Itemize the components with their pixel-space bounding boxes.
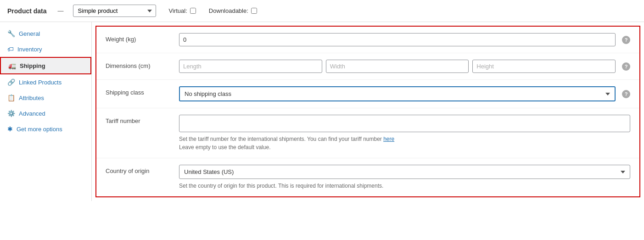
country-select[interactable]: United States (US) (179, 165, 630, 179)
link-icon: 🔗 (7, 78, 15, 86)
sidebar: 🔧 General 🏷 Inventory 🚛 Shipping 🔗 Linke… (0, 22, 92, 201)
virtual-checkbox[interactable] (190, 8, 196, 14)
dimensions-field: ? (179, 60, 630, 73)
tariff-hint-link[interactable]: here (383, 136, 394, 142)
sidebar-item-shipping[interactable]: 🚛 Shipping (0, 57, 91, 74)
product-type-select[interactable]: Simple product Variable product Grouped … (73, 5, 156, 17)
sidebar-general-label: General (19, 30, 40, 37)
shipping-class-select[interactable]: No shipping class (179, 86, 616, 101)
dimensions-label: Dimensions (cm) (106, 60, 179, 69)
tariff-hint-text: Set the tariff number for the internatio… (179, 136, 383, 142)
tag-icon: 🏷 (7, 45, 14, 53)
truck-icon: 🚛 (8, 62, 16, 69)
country-field: United States (US) Set the country of or… (179, 165, 630, 190)
sidebar-linked-label: Linked Products (19, 79, 62, 86)
country-hint: Set the country of origin for this produ… (179, 182, 630, 190)
virtual-label: Virtual: (169, 7, 187, 14)
product-data-title: Product data (7, 7, 47, 15)
wrench-icon: 🔧 (7, 30, 15, 37)
sidebar-item-attributes[interactable]: 📋 Attributes (0, 90, 91, 106)
weight-help-icon[interactable]: ? (622, 36, 630, 44)
country-row: Country of origin United States (US) Set… (96, 158, 639, 196)
dimensions-row: Dimensions (cm) ? (96, 53, 639, 80)
sidebar-item-linked-products[interactable]: 🔗 Linked Products (0, 74, 91, 90)
tariff-label: Tariff number (106, 115, 179, 124)
sidebar-attributes-label: Attributes (19, 95, 44, 101)
weight-row: Weight (kg) ? (96, 27, 639, 53)
tariff-field: Set the tariff number for the internatio… (179, 115, 630, 151)
width-input[interactable] (326, 60, 469, 73)
sidebar-item-advanced[interactable]: ⚙️ Advanced (0, 106, 91, 121)
sidebar-shipping-label: Shipping (20, 62, 45, 69)
shipping-class-help-icon[interactable]: ? (622, 90, 630, 98)
length-input[interactable] (179, 60, 322, 73)
downloadable-label: Downloadable: (209, 7, 248, 14)
tariff-hint2: Leave empty to use the default value. (179, 144, 270, 151)
sidebar-advanced-label: Advanced (19, 110, 45, 117)
shipping-class-row: Shipping class No shipping class ? 32 (96, 80, 639, 108)
star-icon: ✱ (7, 125, 13, 133)
shipping-class-field: No shipping class ? (179, 86, 630, 101)
sidebar-item-inventory[interactable]: 🏷 Inventory (0, 41, 91, 57)
tariff-input[interactable] (179, 115, 630, 132)
top-bar: Product data — Simple product Variable p… (0, 0, 644, 22)
shipping-form-panel: Weight (kg) ? Dimensions (cm) (95, 26, 640, 197)
content-area: Weight (kg) ? Dimensions (cm) (92, 22, 644, 201)
sidebar-item-get-more-options[interactable]: ✱ Get more options (0, 121, 91, 137)
weight-input[interactable] (179, 33, 616, 46)
tariff-row: Tariff number Set the tariff number for … (96, 108, 639, 158)
sidebar-item-general[interactable]: 🔧 General (0, 26, 91, 41)
downloadable-checkbox[interactable] (251, 8, 257, 14)
list-icon: 📋 (7, 94, 15, 101)
sidebar-more-label: Get more options (17, 126, 62, 133)
country-label: Country of origin (106, 165, 179, 174)
gear-icon: ⚙️ (7, 110, 15, 117)
weight-label: Weight (kg) (106, 33, 179, 43)
height-input[interactable] (472, 60, 616, 73)
weight-field: ? (179, 33, 630, 46)
shipping-class-label: Shipping class (106, 86, 179, 96)
dimensions-help-icon[interactable]: ? (622, 62, 630, 71)
sidebar-inventory-label: Inventory (17, 46, 42, 53)
tariff-hint: Set the tariff number for the internatio… (179, 135, 630, 151)
title-separator: — (58, 7, 64, 14)
